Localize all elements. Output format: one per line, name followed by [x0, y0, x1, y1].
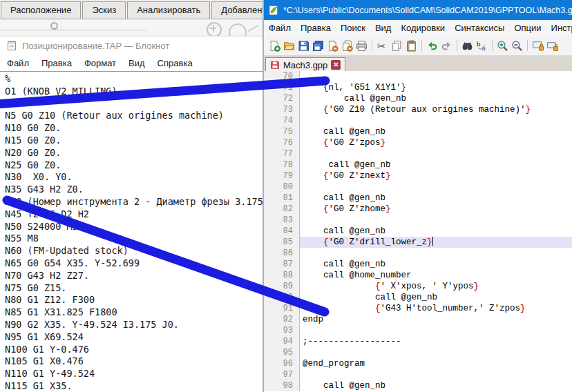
code-line-text[interactable]: {'G43 H'tool_number,' Z'zpos}: [300, 303, 572, 314]
code-line-text[interactable]: [300, 115, 572, 126]
gcode-line[interactable]: N15 G0 Z0.: [5, 135, 263, 147]
code-row-84[interactable]: 84 call @gen_nb: [264, 226, 572, 237]
code-line-text[interactable]: {'G0 Z'znext}: [300, 170, 572, 182]
cut-icon[interactable]: ✂: [376, 40, 388, 52]
code-line-text[interactable]: @end_program: [300, 358, 572, 369]
gcode-line[interactable]: N10 G0 Z0.: [5, 122, 263, 135]
gcode-line[interactable]: N85 G1 X31.825 F1800: [5, 306, 263, 319]
code-row-72[interactable]: 72 call @gen_nb: [264, 93, 572, 104]
code-row-71[interactable]: 71 {nl, 'G51 X1Y1'}: [264, 82, 572, 93]
gcode-line[interactable]: N60 (FM-Updated stock): [5, 245, 263, 257]
npp-menu-файл[interactable]: Файл: [264, 23, 296, 33]
replace-icon[interactable]: ba: [476, 40, 488, 52]
notepad-menu-вид[interactable]: Вид: [122, 58, 151, 68]
code-line-text[interactable]: ;------------------: [300, 336, 572, 347]
code-line-text[interactable]: [300, 182, 572, 193]
npp-menu-правка[interactable]: Правка: [296, 23, 336, 33]
code-row-77[interactable]: 77: [264, 148, 572, 159]
gcode-line[interactable]: N5 G0 Z10 (Retour aux origines machine): [5, 110, 263, 122]
sync-vertical-icon[interactable]: [532, 40, 544, 52]
code-row-87[interactable]: 87 call @gen_nb: [264, 259, 572, 270]
code-line-text[interactable]: call @gen_nb: [300, 159, 572, 170]
code-line-text[interactable]: {'G0 Z'zpos}: [300, 137, 572, 148]
sketch-tool-icon[interactable]: [248, 25, 259, 32]
code-line-text[interactable]: [300, 248, 572, 259]
sync-horizontal-icon[interactable]: [546, 40, 558, 52]
code-line-text[interactable]: [300, 148, 572, 159]
code-row-85[interactable]: 85 {'G0 Z'drill_lower_z}: [264, 237, 572, 248]
code-row-82[interactable]: 82 {'G0 Z'zhome}: [264, 204, 572, 215]
code-row-94[interactable]: 94;------------------: [264, 336, 572, 347]
code-row-70[interactable]: 70: [264, 71, 572, 82]
code-row-93[interactable]: 93: [264, 325, 572, 336]
gcode-line[interactable]: N35 G43 H2 Z0.: [5, 184, 263, 196]
gcode-line[interactable]: N95 G1 X69.524: [5, 331, 263, 344]
code-line-text[interactable]: [300, 369, 572, 380]
gcode-line[interactable]: %: [5, 73, 263, 86]
gcode-line[interactable]: O1 (KNOB_V2_MILLING): [5, 86, 263, 98]
code-row-89[interactable]: 89 {' X'xpos, ' Y'ypos}: [264, 281, 572, 292]
code-row-88[interactable]: 88 call @home_number: [264, 270, 572, 281]
code-line-text[interactable]: call @home_number: [300, 270, 572, 281]
npp-menu-синтаксисы[interactable]: Синтаксисы: [450, 23, 509, 33]
code-row-79[interactable]: 79 {'G0 Z'znext}: [264, 170, 572, 182]
save-icon[interactable]: [298, 40, 309, 52]
zoom-fit-icon[interactable]: [229, 23, 247, 36]
find-icon[interactable]: [461, 40, 473, 52]
code-row-75[interactable]: 75 call @gen_nb: [264, 126, 572, 137]
gcode-line[interactable]: N90 G2 X35. Y-49.524 I3.175 J0.: [5, 319, 263, 331]
code-line-text[interactable]: [300, 71, 572, 82]
code-row-80[interactable]: 80: [264, 182, 572, 193]
notepad-text-area[interactable]: %O1 (KNOB_V2_MILLING) N5 G0 Z10 (Retour …: [0, 71, 263, 392]
gcode-line[interactable]: N55 M8: [5, 233, 263, 245]
code-line-text[interactable]: call @gen_nb: [300, 193, 572, 204]
code-row-95[interactable]: 95: [264, 347, 572, 358]
code-line-text[interactable]: call @gen_nb: [300, 380, 572, 391]
npp-menu-кодировки[interactable]: Кодировки: [396, 23, 450, 33]
code-row-91[interactable]: 91 {'G43 H'tool_number,' Z'zpos}: [264, 303, 572, 314]
code-row-73[interactable]: 73 {'G0 Z10 (Retour aux origines machine…: [264, 104, 572, 115]
ribbon-tab-эскиз[interactable]: Эскиз: [82, 1, 126, 19]
pin-icon[interactable]: [50, 22, 58, 30]
open-icon[interactable]: [283, 40, 295, 52]
gcode-line[interactable]: N115 G1 X35.: [5, 380, 263, 392]
close-icon[interactable]: [327, 40, 339, 52]
code-row-97[interactable]: 97: [264, 369, 572, 380]
code-line-text[interactable]: {'G0 Z'drill_lower_z}: [300, 237, 572, 248]
redo-icon[interactable]: [441, 40, 452, 52]
gcode-line[interactable]: N70 G43 H2 Z27.: [5, 270, 263, 282]
paste-icon[interactable]: [406, 40, 417, 52]
notepad-titlebar[interactable]: Позиционирование.TAP — Блокнот: [0, 37, 263, 55]
npp-menu-инструме[interactable]: Инструме: [546, 23, 572, 33]
code-row-81[interactable]: 81 call @gen_nb: [264, 193, 572, 204]
gcode-line[interactable]: [5, 98, 263, 110]
undo-icon[interactable]: [426, 40, 438, 52]
gcode-line[interactable]: N110 G1 Y-49.524: [5, 368, 263, 380]
code-line-text[interactable]: [300, 325, 572, 336]
code-row-98[interactable]: 98 call @gen_nb: [264, 380, 572, 391]
gcode-line[interactable]: N40 (Номер инструмента 2 - Диаметр фрезы…: [5, 196, 263, 208]
notepad-menu-правка[interactable]: Правка: [35, 58, 78, 68]
code-line-text[interactable]: {'G0 Z10 (Retour aux origines machine)'}: [300, 104, 572, 115]
tab-close-icon[interactable]: ✕: [331, 60, 341, 70]
code-row-86[interactable]: 86: [264, 248, 572, 259]
copy-icon[interactable]: [391, 40, 403, 52]
gcode-line[interactable]: N105 G1 X0.476: [5, 355, 263, 368]
code-line-text[interactable]: endp: [300, 314, 572, 325]
code-row-76[interactable]: 76 {'G0 Z'zpos}: [264, 137, 572, 148]
ribbon-tab-анализировать[interactable]: Анализировать: [127, 1, 210, 19]
code-row-78[interactable]: 78 call @gen_nb: [264, 159, 572, 170]
code-line-text[interactable]: call @gen_nb: [300, 226, 572, 237]
gcode-line[interactable]: N100 G1 Y-0.476: [5, 344, 263, 356]
code-line-text[interactable]: {nl, 'G51 X1Y1'}: [300, 82, 572, 93]
gcode-line[interactable]: N45 T2 M6 D2 H2: [5, 208, 263, 221]
code-row-96[interactable]: 96@end_program: [264, 358, 572, 369]
code-line-text[interactable]: call @gen_nb: [300, 126, 572, 137]
file-tab-mach3[interactable]: Mach3.gpp ✕: [265, 57, 345, 72]
code-line-text[interactable]: {'G0 Z'zhome}: [300, 204, 572, 215]
zoom-out-icon[interactable]: [511, 40, 523, 52]
new-file-icon[interactable]: [269, 40, 280, 52]
code-line-text[interactable]: call @gen_nb: [300, 93, 572, 104]
gcode-line[interactable]: N20 G0 Z0.: [5, 147, 263, 159]
gcode-line[interactable]: N80 G1 Z12. F300: [5, 294, 263, 306]
